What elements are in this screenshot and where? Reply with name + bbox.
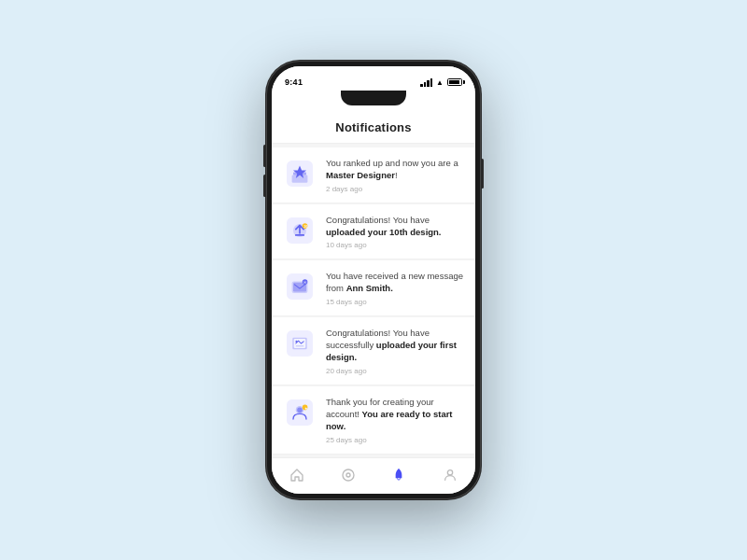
- page-title: Notifications: [335, 120, 411, 134]
- notification-timestamp: 10 days ago: [326, 241, 464, 249]
- screen-header: Notifications: [272, 109, 475, 144]
- status-icons: ▲: [420, 78, 462, 87]
- notification-content: Congratulations! You have uploaded your …: [326, 214, 464, 250]
- signal-icon: [420, 78, 432, 87]
- notification-text: You have received a new message from Ann…: [326, 270, 464, 295]
- svg-point-19: [297, 407, 303, 413]
- notification-item[interactable]: ✉ You have received a new message from A…: [272, 260, 475, 316]
- notification-text: Congratulations! You have uploaded your …: [326, 214, 464, 239]
- notification-timestamp: 25 days ago: [326, 436, 464, 444]
- notification-timestamp: 20 days ago: [326, 367, 464, 375]
- nav-item-home[interactable]: [280, 466, 314, 484]
- notification-item[interactable]: 10 Congratulations! You have uploaded yo…: [272, 204, 475, 260]
- notification-text: You ranked up and now you are a Master D…: [326, 157, 464, 182]
- svg-rect-1: [292, 175, 308, 182]
- notification-item[interactable]: You ranked up and now you are a Master D…: [272, 147, 475, 203]
- nav-item-profile[interactable]: [433, 466, 467, 484]
- power-button: [481, 159, 484, 189]
- svg-point-22: [343, 469, 354, 481]
- svg-text:★: ★: [304, 405, 308, 410]
- notification-text: Congratulations! You have successfully u…: [326, 327, 464, 364]
- battery-icon: [447, 78, 462, 86]
- status-time: 9:41: [285, 77, 303, 87]
- svg-point-25: [447, 470, 452, 475]
- notification-content: Thank you for creating your account! You…: [326, 396, 464, 444]
- svg-point-16: [295, 341, 297, 343]
- notch: [341, 91, 406, 105]
- notification-content: Congratulations! You have successfully u…: [326, 327, 464, 375]
- notification-timestamp: 15 days ago: [326, 298, 464, 306]
- notification-item[interactable]: Congratulations! You have successfully u…: [272, 317, 475, 385]
- explore-icon: [341, 468, 356, 483]
- svg-point-23: [346, 473, 350, 477]
- notifications-list: You ranked up and now you are a Master D…: [272, 144, 475, 457]
- profile-icon: [443, 468, 458, 483]
- wifi-icon: ▲: [436, 78, 444, 87]
- notification-icon-first-design: [283, 327, 317, 360]
- notification-timestamp: 2 days ago: [326, 185, 464, 193]
- notch-area: 9:41 ▲: [272, 66, 475, 109]
- notification-text: Thank you for creating your account! You…: [326, 396, 464, 433]
- volume-down-button: [263, 175, 266, 197]
- nav-item-notifications[interactable]: [382, 466, 416, 484]
- bell-icon: [391, 468, 406, 483]
- notification-content: You have received a new message from Ann…: [326, 270, 464, 306]
- phone-screen: 9:41 ▲ Notifications: [272, 66, 475, 494]
- phone-frame: 9:41 ▲ Notifications: [266, 61, 481, 499]
- home-icon: [289, 468, 304, 483]
- notification-icon-rank: [283, 157, 317, 190]
- status-bar: 9:41 ▲: [272, 74, 475, 91]
- notification-icon-upload: 10: [283, 214, 317, 247]
- notification-content: You ranked up and now you are a Master D…: [326, 157, 464, 193]
- volume-up-button: [263, 145, 266, 167]
- notification-icon-message: ✉: [283, 270, 317, 303]
- notification-icon-account: ★: [283, 396, 317, 429]
- bottom-navigation: [272, 457, 475, 494]
- nav-item-explore[interactable]: [331, 466, 365, 484]
- svg-text:10: 10: [303, 225, 307, 229]
- notification-item[interactable]: ★ Thank you for creating your account! Y…: [272, 386, 475, 455]
